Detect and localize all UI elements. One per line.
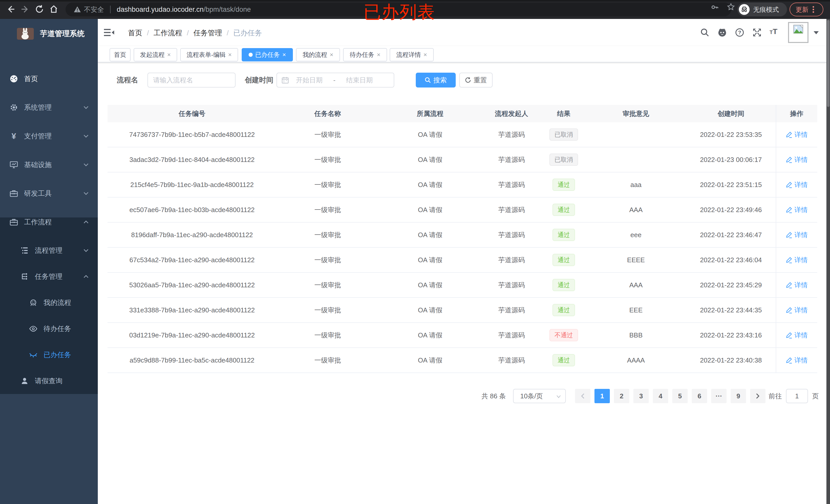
sidebar-item-task-management[interactable]: 任务管理: [0, 264, 98, 290]
close-icon[interactable]: ×: [330, 52, 333, 58]
cell-task-name: 一级审批: [277, 248, 379, 272]
cell-created: 2022-01-22 23:45:29: [686, 273, 776, 297]
sidebar-item-devtools[interactable]: 研发工具: [0, 179, 98, 208]
close-icon[interactable]: ×: [282, 52, 286, 58]
cell-created: 2022-01-22 23:46:04: [686, 248, 776, 272]
sidebar-item-payment[interactable]: ¥ 支付管理: [0, 122, 98, 150]
detail-button[interactable]: 详情: [786, 180, 808, 189]
tab-start-process[interactable]: 发起流程×: [134, 48, 177, 61]
column-header-task-id: 任务编号: [107, 105, 277, 122]
detail-button[interactable]: 详情: [786, 155, 808, 164]
breadcrumb-workflow[interactable]: 工作流程: [154, 28, 182, 38]
close-icon[interactable]: ×: [167, 52, 171, 58]
page-button-2[interactable]: 2: [614, 389, 629, 403]
detail-button[interactable]: 详情: [786, 130, 808, 139]
eye-closed-icon: [29, 351, 37, 359]
tab-home[interactable]: 首页: [109, 48, 131, 61]
search-button[interactable]: 搜索: [416, 73, 456, 88]
back-icon[interactable]: [6, 5, 15, 14]
cell-task-name: 一级审批: [277, 122, 379, 147]
cell-created: 2022-01-22 23:40:38: [686, 348, 776, 372]
date-range-picker[interactable]: -: [277, 73, 394, 88]
chevron-up-icon: [83, 219, 89, 225]
tab-todo-tasks[interactable]: 待办任务×: [343, 48, 387, 61]
process-name-input[interactable]: [148, 73, 235, 88]
tab-my-process[interactable]: 我的流程×: [296, 48, 340, 61]
tags-bar: 首页 发起流程× 流程表单-编辑× 已办任务× 我的流程× 待办任务× 流程详情…: [98, 46, 830, 62]
detail-label: 详情: [794, 306, 808, 315]
tab-label: 我的流程: [302, 51, 327, 59]
sidebar-item-label: 基础设施: [24, 160, 52, 169]
detail-button[interactable]: 详情: [786, 256, 808, 265]
page-size-select[interactable]: 10条/页: [513, 389, 566, 403]
search-icon[interactable]: [700, 28, 709, 37]
tab-done-tasks[interactable]: 已办任务×: [242, 48, 293, 61]
close-icon[interactable]: ×: [423, 52, 427, 58]
forward-icon[interactable]: [21, 5, 30, 14]
prev-page-button[interactable]: [575, 389, 590, 403]
page-ellipsis[interactable]: ···: [711, 389, 727, 403]
page-button-5[interactable]: 5: [672, 389, 688, 403]
fullscreen-icon[interactable]: [753, 28, 761, 37]
detail-button[interactable]: 详情: [786, 281, 808, 290]
sidebar-item-todo-tasks[interactable]: 待办任务: [0, 316, 98, 342]
avatar-dropdown-caret[interactable]: [813, 31, 819, 34]
chevron-up-icon: [83, 273, 89, 280]
page-button-6[interactable]: 6: [692, 389, 707, 403]
logo-row[interactable]: 芋道管理系统: [0, 21, 98, 46]
cell-task-id: 53026aa5-7b9a-11ec-a290-acde48001122: [107, 273, 277, 297]
column-header-result: 结果: [542, 105, 586, 122]
sidebar-item-label: 请假查询: [35, 376, 62, 385]
github-icon[interactable]: [718, 28, 727, 37]
font-size-icon[interactable]: TT: [770, 27, 777, 36]
calendar-icon: [282, 76, 289, 83]
goto-page-input[interactable]: [786, 389, 808, 403]
date-end-input[interactable]: [339, 76, 380, 84]
app-title: 芋道管理系统: [40, 29, 85, 39]
breadcrumb-task-management[interactable]: 任务管理: [194, 28, 222, 38]
sidebar-collapse-icon[interactable]: [104, 29, 114, 36]
scrollbar-thumb[interactable]: [827, 20, 829, 107]
star-icon[interactable]: [727, 3, 735, 11]
sidebar-item-leave-query[interactable]: 请假查询: [0, 368, 98, 394]
reset-button[interactable]: 重置: [459, 73, 492, 88]
sidebar-item-infrastructure[interactable]: 基础设施: [0, 150, 98, 179]
detail-button[interactable]: 详情: [786, 331, 808, 340]
page-button-4[interactable]: 4: [653, 389, 668, 403]
close-icon[interactable]: ×: [377, 52, 380, 58]
detail-button[interactable]: 详情: [786, 205, 808, 214]
help-icon[interactable]: ?: [735, 28, 744, 37]
page-button-9[interactable]: 9: [731, 389, 746, 403]
briefcase-icon: [10, 218, 18, 226]
page-button-1[interactable]: 1: [595, 389, 610, 403]
flow-icon: [21, 272, 29, 281]
close-icon[interactable]: ×: [228, 52, 232, 58]
detail-button[interactable]: 详情: [786, 356, 808, 365]
detail-button[interactable]: 详情: [786, 231, 808, 239]
next-page-button[interactable]: [750, 389, 765, 403]
cell-starter: 芋道源码: [481, 248, 542, 272]
kebab-menu-icon[interactable]: [812, 6, 814, 13]
home-icon[interactable]: [49, 5, 58, 14]
sidebar-item-system[interactable]: 系统管理: [0, 93, 98, 122]
table-row: ec507ae6-7b9a-11ec-b03b-acde48001122 一级审…: [107, 198, 817, 223]
chevron-down-icon: [83, 247, 89, 254]
date-start-input[interactable]: [289, 76, 330, 84]
sidebar-item-process-management[interactable]: 流程管理: [0, 237, 98, 264]
breadcrumb-home[interactable]: 首页: [128, 28, 142, 38]
tab-form-edit[interactable]: 流程表单-编辑×: [180, 48, 238, 61]
page-button-3[interactable]: 3: [633, 389, 649, 403]
page-scrollbar[interactable]: [826, 19, 830, 504]
reset-button-label: 重置: [474, 76, 487, 85]
avatar[interactable]: [788, 22, 808, 43]
tab-process-detail[interactable]: 流程详情×: [390, 48, 434, 61]
detail-button[interactable]: 详情: [786, 306, 808, 315]
sidebar-item-home[interactable]: 首页: [0, 64, 98, 93]
cell-opinion: AAA: [586, 273, 686, 297]
sidebar-item-my-process[interactable]: 我的流程: [0, 290, 98, 316]
sidebar-item-workflow[interactable]: 工作流程: [0, 208, 98, 236]
key-icon[interactable]: [711, 4, 719, 11]
reload-icon[interactable]: [35, 5, 44, 14]
update-button[interactable]: 更新: [790, 3, 823, 16]
sidebar-item-done-tasks[interactable]: 已办任务: [0, 342, 98, 368]
